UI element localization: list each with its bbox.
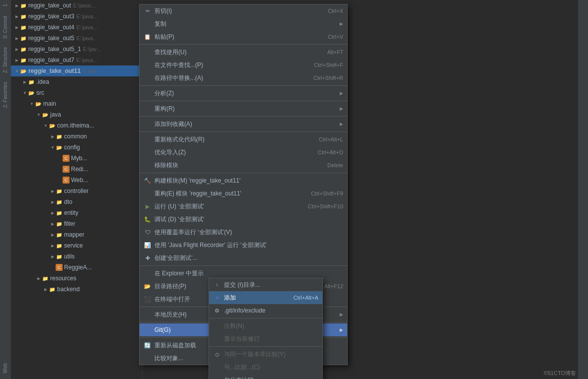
menu-coverage-label: 使用覆盖率运行 '全部测试'(V) xyxy=(154,228,343,237)
arrow-common: ▶ xyxy=(50,133,56,139)
menu-build[interactable]: 🔨 构建模块(M) 'reggie_take_out11' xyxy=(140,174,347,187)
menu-find-usages[interactable]: 查找使用(U) Alt+F7 xyxy=(140,46,347,59)
git-compare-vcs-label: 与同一个版本库比较(Y) xyxy=(224,350,318,359)
menu-copy[interactable]: 复制 ▶ xyxy=(140,17,347,30)
sidebar-label-favorites[interactable]: 2: Favorites xyxy=(2,80,9,110)
git-add-label: 添加 xyxy=(224,294,284,302)
menu-find-usages-label: 查找使用(U) xyxy=(154,48,317,57)
arrow-backend: ▶ xyxy=(43,286,49,292)
label-controller: controller xyxy=(64,188,88,194)
menu-rebuild[interactable]: 重构(E) 模块 'reggie_take_out11' Ctrl+Shift+… xyxy=(140,187,347,200)
compare-with-icon xyxy=(213,363,221,371)
sep-1 xyxy=(140,44,347,45)
tree-item-main[interactable]: ▼ 📂 main xyxy=(11,98,142,109)
sidebar-label-structure[interactable]: Z: Structure xyxy=(2,45,9,75)
find-icon xyxy=(144,48,151,56)
arrow-utils: ▶ xyxy=(50,253,56,259)
label-main: main xyxy=(43,100,56,107)
java-icon-web: C xyxy=(63,177,70,184)
git-compare-vcs[interactable]: ◇ 与同一个版本库比较(Y) xyxy=(209,348,322,361)
path-reggie4: E:\java... xyxy=(76,24,98,30)
path-reggie11: E:\jav... xyxy=(82,68,100,74)
git-add[interactable]: ✚ 添加 Ctrl+Alt+A xyxy=(209,291,322,304)
tree-item-entity[interactable]: ▶ 📁 entity xyxy=(11,207,142,218)
tree-item-reggie4[interactable]: ▶ 📁 reggie_take_out4 E:\java... xyxy=(11,22,142,33)
menu-build-label: 构建模块(M) 'reggie_take_out11' xyxy=(154,177,343,185)
sidebar-label-1[interactable]: 1 xyxy=(2,2,9,9)
remove-icon xyxy=(144,161,151,169)
menu-refactor[interactable]: 重构(R) ▶ xyxy=(140,102,347,115)
dir-path-icon: 📂 xyxy=(144,282,151,290)
label-reggie3: reggie_take_out3 xyxy=(28,13,74,20)
commit-icon: ↑ xyxy=(213,281,221,289)
tree-item-reggie51[interactable]: ▶ 📁 reggie_take_out5_1 E:\jav... xyxy=(11,44,142,55)
menu-run[interactable]: ▶ 运行 (U) '全部测试' Ctrl+Shift+F10 xyxy=(140,200,347,213)
tree-item-web[interactable]: ▶ C Web... xyxy=(11,175,142,186)
tree-item-myb[interactable]: ▶ C Myb... xyxy=(11,153,142,164)
tree-item-reggie7[interactable]: ▶ 📁 reggie_take_out7 E:\java... xyxy=(11,55,142,65)
menu-analyze[interactable]: 分析(Z) ▶ xyxy=(140,87,347,100)
tree-item-idea[interactable]: ▶ 📁 .idea xyxy=(11,76,142,87)
menu-remove-module[interactable]: 移除模块 Delete xyxy=(140,159,347,172)
tree-item-backend[interactable]: ▶ 📁 backend xyxy=(11,284,142,295)
tree-item-java[interactable]: ▼ 📂 java xyxy=(11,109,142,120)
label-service: service xyxy=(64,242,83,249)
tree-item-dto[interactable]: ▶ 📁 dto xyxy=(11,196,142,207)
show-rev-icon xyxy=(213,335,221,343)
tree-item-mapper[interactable]: ▶ 📁 mapper xyxy=(11,229,142,240)
tree-item-src[interactable]: ▼ 📂 src xyxy=(11,87,142,98)
menu-optimize[interactable]: 优化导入(Z) Ctrl+Alt+O xyxy=(140,146,347,159)
git-compare-with[interactable]: 与...比较...(C) xyxy=(209,361,322,374)
favorites-arrow: ▶ xyxy=(340,122,343,126)
sep-4 xyxy=(140,116,347,117)
menu-analyze-label: 分析(Z) xyxy=(154,89,336,98)
tree-item-reggiea[interactable]: ▶ C ReggieA... xyxy=(11,262,142,273)
tree-item-reggie5[interactable]: ▶ 📁 reggie_take_out5 E:\java... xyxy=(11,33,142,44)
arrow-config: ▼ xyxy=(50,144,56,150)
menu-coverage[interactable]: 🛡 使用覆盖率运行 '全部测试'(V) xyxy=(140,226,347,239)
tree-item-service[interactable]: ▶ 📁 service xyxy=(11,240,142,251)
label-reggie5: reggie_take_out5 xyxy=(28,35,74,42)
menu-debug[interactable]: 🐛 调试 (D) '全部测试' xyxy=(140,213,347,226)
git-annotation[interactable]: 注释(N) xyxy=(209,319,322,332)
git-exclude[interactable]: ⚙ .git/info/exclude xyxy=(209,304,322,317)
git-compare-branch-label: 与分支比较... xyxy=(224,376,318,379)
tree-item-redis[interactable]: ▶ C Redi... xyxy=(11,164,142,175)
menu-paste[interactable]: 📋 粘贴(P) Ctrl+V xyxy=(140,30,347,43)
sidebar-label-commit[interactable]: 0: Commit xyxy=(2,14,9,41)
menu-refactor-label: 重构(R) xyxy=(154,105,336,113)
tree-item-resources[interactable]: ▶ 📁 resources xyxy=(11,273,142,284)
annotation-icon xyxy=(213,322,221,330)
menu-reformat[interactable]: 重新格式化代码(R) Ctrl+Alt+L xyxy=(140,133,347,146)
label-src: src xyxy=(36,89,44,96)
menu-cut[interactable]: ✂ 剪切(I) Ctrl+X xyxy=(140,4,347,17)
tree-item-config[interactable]: ▼ 📂 config xyxy=(11,142,142,153)
menu-favorites[interactable]: 添加到收藏(A) ▶ xyxy=(140,118,347,130)
tree-item-utils[interactable]: ▶ 📁 utils xyxy=(11,251,142,262)
java-icon-reggiea: C xyxy=(56,264,63,271)
refactor-icon xyxy=(144,105,151,113)
sidebar-label-web[interactable]: Web xyxy=(2,361,9,375)
git-commit-dir[interactable]: ↑ 提交 (I)目录... xyxy=(209,278,322,291)
label-backend: backend xyxy=(57,286,79,293)
tree-item-reggie1[interactable]: ▶ 📁 reggie_take_out E:\java\... xyxy=(11,0,142,11)
replace-icon xyxy=(144,74,151,82)
folder-icon-filter: 📁 xyxy=(56,220,63,227)
menu-create-tests[interactable]: ✚ 创建'全部测试'... xyxy=(140,252,347,264)
tree-item-reggie3[interactable]: ▶ 📁 reggie_take_out3 E:\java... xyxy=(11,11,142,22)
git-show-rev[interactable]: 显示当前修订 xyxy=(209,332,322,345)
label-utils: utils xyxy=(64,253,74,260)
tree-item-controller[interactable]: ▶ 📁 controller xyxy=(11,186,142,196)
tree-item-common[interactable]: ▶ 📁 common xyxy=(11,131,142,142)
project-tree: ▶ 📁 reggie_take_out E:\java\... ▶ 📁 regg… xyxy=(11,0,143,379)
menu-find-files[interactable]: 在文件中查找...(P) Ctrl+Shift+F xyxy=(140,59,347,71)
folder-icon-dto: 📁 xyxy=(56,198,63,205)
tree-item-reggie11[interactable]: ▼ 📂 reggie_take_out11 E:\jav... xyxy=(11,65,142,76)
tree-item-filter[interactable]: ▶ 📁 filter xyxy=(11,218,142,229)
menu-find-usages-shortcut: Alt+F7 xyxy=(327,49,343,55)
menu-jfr[interactable]: 📊 使用 'Java Flight Recorder' 运行 '全部测试' xyxy=(140,239,347,252)
arrow-reggie3: ▶ xyxy=(14,13,20,19)
tree-item-com[interactable]: ▼ 📂 com.itheima... xyxy=(11,120,142,131)
menu-replace[interactable]: 在路径中替换...(A) Ctrl+Shift+R xyxy=(140,71,347,84)
git-compare-branch[interactable]: 与分支比较... xyxy=(209,374,322,379)
